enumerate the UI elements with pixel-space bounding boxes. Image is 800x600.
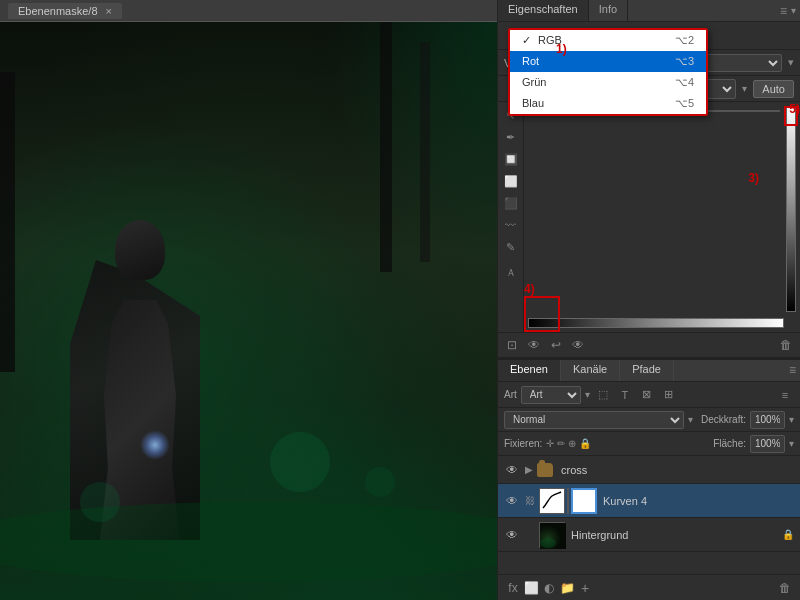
fix-icon-transform[interactable]: ⊕ (568, 438, 576, 449)
svg-point-4 (270, 432, 330, 492)
layer-filter-icon-4[interactable]: ⊞ (660, 386, 678, 404)
annotation-3-label: 3) (748, 171, 759, 185)
canvas-tab-label: Ebenenmaske/8 (18, 5, 98, 17)
right-panel: Eigenschaften Info ≡ ▾ ✓ RGB ⌥2 Rot (497, 0, 800, 600)
canvas-image (0, 22, 497, 600)
annotation-4-label: 4) (524, 282, 535, 296)
panel-menu-icon[interactable]: ≡ (780, 4, 787, 18)
filter-expand[interactable]: ▾ (585, 389, 590, 400)
curves-wave-tool[interactable]: 〰 (502, 216, 520, 234)
layer-filter-icon-5[interactable]: ≡ (776, 386, 794, 404)
blend-mode-select[interactable]: Normal (504, 411, 684, 429)
channel-dropdown-menu[interactable]: ✓ RGB ⌥2 Rot ⌥3 Grün ⌥4 Blau ⌥5 (508, 28, 708, 116)
eye-icon-kurven4[interactable]: 👁 (504, 493, 520, 509)
svg-point-21 (540, 538, 556, 548)
panel-collapse-icon[interactable]: ▾ (791, 5, 796, 16)
opacity-input[interactable] (750, 411, 785, 429)
curves-tools: ↖ ✒ 🔲 ⬜ ⬛ 〰 ✎ Ａ (498, 102, 524, 332)
svg-rect-0 (0, 72, 15, 372)
fix-icons: ✛ ✏ ⊕ 🔒 (546, 438, 591, 449)
dropdown-item-rgb[interactable]: ✓ RGB ⌥2 (510, 30, 706, 51)
tab-eigenschaften[interactable]: Eigenschaften (498, 0, 589, 21)
bottom-gradient-strip (528, 318, 784, 328)
layer-filter-icon-3[interactable]: ⊠ (638, 386, 656, 404)
tab-ebenen[interactable]: Ebenen (498, 360, 561, 381)
thumb-curves-svg (541, 490, 563, 512)
delete-layer-button[interactable]: 🗑 (776, 579, 794, 597)
layer-filter-icon-1[interactable]: ⬚ (594, 386, 612, 404)
curves-graph-wrapper: 2) 3) 5) 4) (524, 102, 800, 332)
dropdown-item-rot[interactable]: Rot ⌥3 (510, 51, 706, 72)
layer-filter-icon-2[interactable]: T (616, 386, 634, 404)
strip-icon-5[interactable]: 🗑 (778, 337, 794, 353)
curves-pen-tool[interactable]: ✒ (502, 128, 520, 146)
filter-label: Art (504, 389, 517, 400)
expand-icon-cross[interactable]: ▶ (525, 464, 533, 475)
strip-icon-4[interactable]: 👁 (570, 337, 586, 353)
character-glow (140, 430, 170, 460)
thumb-bg-svg (540, 523, 566, 549)
auto-button[interactable]: Auto (753, 80, 794, 98)
add-layer-button[interactable]: + (576, 579, 594, 597)
fill-expand[interactable]: ▾ (789, 438, 794, 449)
layer-item-kurven4[interactable]: 👁 ⛓ Kurven 4 (498, 484, 800, 518)
strip-icon-3[interactable]: ↩ (548, 337, 564, 353)
tab-pfade[interactable]: Pfade (620, 360, 674, 381)
layers-filter-row: Art Art ▾ ⬚ T ⊠ ⊞ ≡ (498, 382, 800, 408)
canvas-tab[interactable]: Ebenenmaske/8 × (8, 3, 122, 19)
strip-icon-2[interactable]: 👁 (526, 337, 542, 353)
folder-icon-cross (537, 463, 553, 477)
curves-eyedropper-black[interactable]: 🔲 (502, 150, 520, 168)
thumb-separator (567, 488, 569, 514)
vorgabe-expand-icon[interactable]: ▾ (788, 56, 794, 69)
eye-icon-hintergrund[interactable]: 👁 (504, 527, 520, 543)
layers-panel: Ebenen Kanäle Pfade ≡ Art Art (498, 358, 800, 600)
properties-tabs: Eigenschaften Info ≡ ▾ (498, 0, 800, 22)
curves-eyedropper-white[interactable]: ⬛ (502, 194, 520, 212)
fix-fill-row: Fixieren: ✛ ✏ ⊕ 🔒 Fläche: ▾ (498, 432, 800, 456)
scene-background (0, 22, 497, 600)
curves-bottom-strip: ⊡ 👁 ↩ 👁 🗑 (498, 332, 800, 358)
filter-select[interactable]: Art (521, 386, 581, 404)
fix-icon-brush[interactable]: ✏ (557, 438, 565, 449)
tab-info[interactable]: Info (589, 0, 628, 21)
curves-area: ↖ ✒ 🔲 ⬜ ⬛ 〰 ✎ Ａ (498, 102, 800, 332)
dropdown-item-gruen[interactable]: Grün ⌥4 (510, 72, 706, 93)
strip-icon-1[interactable]: ⊡ (504, 337, 520, 353)
add-fx-button[interactable]: fx (504, 579, 522, 597)
channel-expand-icon[interactable]: ▾ (742, 83, 747, 94)
fill-input[interactable] (750, 435, 785, 453)
dropdown-item-blau[interactable]: Blau ⌥5 (510, 93, 706, 114)
canvas-area: Ebenenmaske/8 × (0, 0, 497, 600)
fix-icon-lock[interactable]: 🔒 (579, 438, 591, 449)
opacity-label: Deckkraft: (701, 414, 746, 425)
canvas-tab-close[interactable]: × (106, 5, 112, 17)
tab-kanaele[interactable]: Kanäle (561, 360, 620, 381)
eye-icon-cross[interactable]: 👁 (504, 462, 520, 478)
opacity-expand[interactable]: ▾ (789, 414, 794, 425)
layer-group-cross[interactable]: 👁 ▶ cross (498, 456, 800, 484)
add-group-button[interactable]: 📁 (558, 579, 576, 597)
fix-label: Fixieren: (504, 438, 542, 449)
lock-icon-hintergrund: 🔒 (782, 529, 794, 540)
curves-sample-tool[interactable]: ✎ (502, 238, 520, 256)
thumb-kurven4-mask (571, 488, 597, 514)
fix-icon-move[interactable]: ✛ (546, 438, 554, 449)
right-gradient-strip (786, 106, 796, 312)
layer-item-hintergrund[interactable]: 👁 (498, 518, 800, 552)
blend-expand[interactable]: ▾ (688, 414, 693, 425)
character-head (115, 220, 165, 280)
character-body (100, 300, 180, 540)
layers-tabs: Ebenen Kanäle Pfade ≡ (498, 360, 800, 382)
layer-name-hintergrund: Hintergrund (571, 529, 778, 541)
character-silhouette (60, 220, 260, 540)
curves-eyedropper-grey[interactable]: ⬜ (502, 172, 520, 190)
blend-mode-row: Normal ▾ Deckkraft: ▾ (498, 408, 800, 432)
curves-text-tool[interactable]: Ａ (502, 264, 520, 282)
app-container: Ebenenmaske/8 × (0, 0, 800, 600)
add-adjustment-button[interactable]: ◐ (540, 579, 558, 597)
add-mask-button[interactable]: ⬜ (522, 579, 540, 597)
chain-icon-kurven4[interactable]: ⛓ (523, 495, 537, 506)
layers-menu-icon[interactable]: ≡ (789, 363, 796, 377)
thumb-hintergrund (539, 522, 565, 548)
